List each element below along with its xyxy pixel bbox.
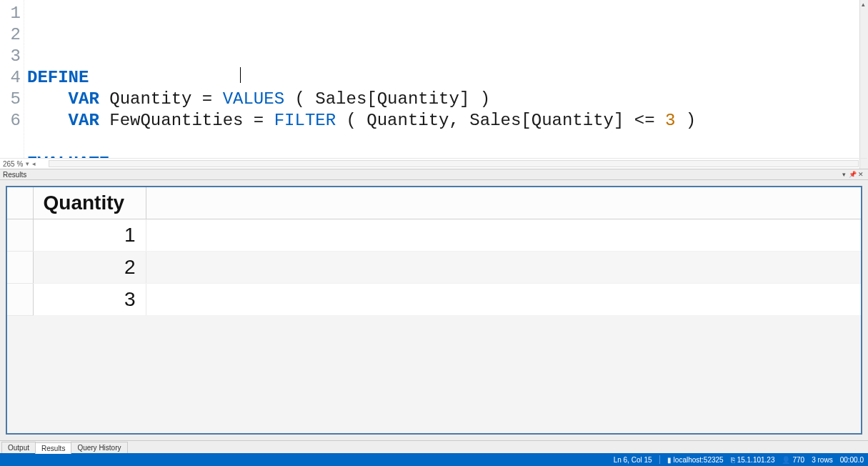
- code-line[interactable]: EVALUATE: [27, 153, 867, 158]
- code-line[interactable]: DEFINE: [27, 67, 867, 89]
- server-icon: ▮: [667, 456, 672, 464]
- results-grid[interactable]: Quantity123: [7, 187, 861, 316]
- status-server: ▮ localhost:52325: [667, 456, 724, 464]
- status-elapsed: 00:00.0: [840, 456, 864, 464]
- tab-query-history[interactable]: Query History: [71, 442, 127, 453]
- panel-tabs: OutputResultsQuery History: [0, 440, 868, 453]
- build-icon: ⎘: [731, 456, 735, 464]
- editor-vertical-scrollbar[interactable]: ▴: [859, 0, 867, 158]
- results-grid-container: Quantity123: [6, 186, 862, 435]
- code-line[interactable]: VAR Quantity = VALUES ( Sales[Quantity] …: [27, 89, 867, 110]
- row-header-corner: [7, 187, 33, 219]
- editor-horizontal-scrollbar[interactable]: [49, 160, 859, 167]
- line-number: 3: [0, 46, 21, 67]
- line-number: 4: [0, 67, 21, 89]
- code-editor[interactable]: 123456 DEFINE VAR Quantity = VALUES ( Sa…: [0, 0, 867, 158]
- app-root: 123456 DEFINE VAR Quantity = VALUES ( Sa…: [0, 0, 868, 466]
- editor-pane: 123456 DEFINE VAR Quantity = VALUES ( Sa…: [0, 0, 868, 169]
- status-user: 👤 770: [782, 456, 804, 464]
- tab-results[interactable]: Results: [35, 442, 71, 454]
- line-number-gutter: 123456: [0, 0, 24, 158]
- code-line[interactable]: [27, 132, 867, 153]
- row-header[interactable]: [7, 252, 33, 284]
- column-header[interactable]: Quantity: [33, 187, 146, 219]
- line-number: 2: [0, 24, 21, 46]
- zoom-dropdown-icon[interactable]: ▾: [26, 160, 29, 167]
- cell[interactable]: 3: [33, 284, 146, 316]
- cell[interactable]: 2: [33, 252, 146, 284]
- table-row[interactable]: 2: [7, 252, 861, 284]
- user-icon: 👤: [782, 456, 790, 464]
- results-panel-title: Results: [3, 171, 839, 179]
- hscroll-left-icon[interactable]: ◂: [32, 160, 36, 167]
- panel-menu-icon[interactable]: ▾: [839, 171, 848, 178]
- line-number: 6: [0, 110, 21, 132]
- line-number: 5: [0, 89, 21, 110]
- code-content[interactable]: DEFINE VAR Quantity = VALUES ( Sales[Qua…: [24, 0, 867, 158]
- line-number: 1: [0, 3, 21, 24]
- status-rowcount: 3 rows: [812, 456, 832, 464]
- code-line[interactable]: VAR FewQuantities = FILTER ( Quantity, S…: [27, 110, 867, 132]
- cell[interactable]: 1: [33, 219, 146, 252]
- editor-footer-bar: 265 % ▾ ◂: [0, 158, 867, 169]
- table-row[interactable]: 1: [7, 219, 861, 252]
- tab-output[interactable]: Output: [1, 442, 36, 453]
- text-caret: [240, 67, 241, 83]
- results-pane: Quantity123: [0, 180, 868, 440]
- row-header[interactable]: [7, 219, 33, 252]
- scroll-up-icon[interactable]: ▴: [862, 1, 865, 8]
- status-bar: Ln 6, Col 15 ▮ localhost:52325 ⎘ 15.1.10…: [0, 453, 868, 466]
- table-row[interactable]: 3: [7, 284, 861, 316]
- zoom-level[interactable]: 265 %: [3, 160, 23, 168]
- status-version: ⎘ 15.1.101.23: [731, 456, 775, 464]
- panel-pin-icon[interactable]: 📌: [848, 171, 857, 178]
- panel-close-icon[interactable]: ✕: [857, 171, 865, 178]
- row-header[interactable]: [7, 284, 33, 316]
- status-cursor-position: Ln 6, Col 15: [614, 456, 652, 464]
- results-panel-header: Results ▾ 📌 ✕: [0, 169, 868, 180]
